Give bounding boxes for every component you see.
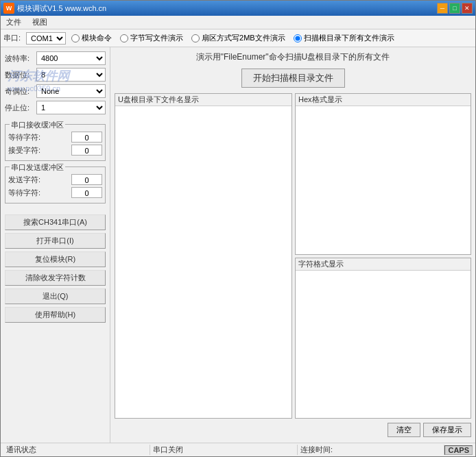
toolbar: 串口: COM1 模块命令 字节写文件演示 扇区方式写2MB文件演示 扫描根目录… bbox=[1, 29, 475, 47]
comm-status: 通讯状态 bbox=[3, 445, 150, 455]
radio-label-2: 扇区方式写2MB文件演示 bbox=[202, 33, 285, 43]
caps-indicator: CAPS bbox=[444, 445, 473, 455]
radio-scan-files[interactable]: 扫描根目录下所有文件演示 bbox=[294, 33, 394, 43]
hex-content[interactable] bbox=[296, 106, 471, 254]
recv-buffer-title: 串口接收缓冲区 bbox=[10, 120, 65, 130]
menu-bar: 文件 视图 bbox=[1, 16, 475, 29]
clear-count-button[interactable]: 清除收发字符计数 bbox=[5, 270, 106, 286]
baud-row: 波特率: 4800 1200 2400 9600 19200 38400 576… bbox=[5, 51, 106, 65]
send-buffer-section: 串口发送缓冲区 发送字符: 0 等待字符: 0 bbox=[5, 166, 106, 203]
display-panels: U盘根目录下文件名显示 Hex格式显示 字符格式显示 bbox=[115, 93, 471, 419]
char-content[interactable] bbox=[296, 271, 471, 419]
file-list-title: U盘根目录下文件名显示 bbox=[115, 94, 291, 106]
data-bits-select[interactable]: 8 7 bbox=[36, 68, 106, 82]
minimize-button[interactable]: ─ bbox=[437, 3, 448, 14]
search-port-button[interactable]: 搜索CH341串口(A) bbox=[5, 214, 106, 230]
recv-char-row: 接受字符: 0 bbox=[8, 145, 102, 156]
baud-label: 波特率: bbox=[5, 53, 34, 64]
file-list-content[interactable] bbox=[115, 106, 291, 418]
port-label: 串口: bbox=[3, 33, 21, 43]
action-buttons: 搜索CH341串口(A) 打开串口(I) 复位模块(R) 清除收发字符计数 退出… bbox=[5, 214, 106, 323]
recv-buffer-section: 串口接收缓冲区 等待字符: 0 接受字符: 0 bbox=[5, 124, 106, 161]
radio-label-1: 字节写文件演示 bbox=[130, 33, 183, 43]
radio-label-0: 模块命令 bbox=[82, 33, 112, 43]
send-char-label: 发送字符: bbox=[8, 175, 40, 185]
stop-bits-select[interactable]: 1 2 bbox=[36, 101, 106, 114]
save-display-button[interactable]: 保存显示 bbox=[423, 423, 471, 437]
send-wait-label: 等待字符: bbox=[8, 188, 40, 198]
open-port-button[interactable]: 打开串口(I) bbox=[5, 233, 106, 249]
status-bar: 通讯状态 串口关闭 连接时间: CAPS bbox=[1, 443, 475, 456]
main-window: W 模块调试V1.5 www.wch.cn ─ □ ✕ 文件 视图 串口: CO… bbox=[0, 0, 476, 457]
recv-char-value: 0 bbox=[71, 145, 102, 156]
reset-module-button[interactable]: 复位模块(R) bbox=[5, 251, 106, 267]
send-wait-value: 0 bbox=[71, 187, 102, 198]
file-list-panel: U盘根目录下文件名显示 bbox=[115, 93, 292, 419]
radio-module-cmd[interactable]: 模块命令 bbox=[71, 33, 112, 43]
radio-label-3: 扫描根目录下所有文件演示 bbox=[304, 33, 394, 43]
hex-panel: Hex格式显示 bbox=[295, 93, 471, 255]
parity-select[interactable]: None Even Odd bbox=[36, 84, 106, 98]
radio-sector-write[interactable]: 扇区方式写2MB文件演示 bbox=[191, 33, 285, 43]
title-bar: W 模块调试V1.5 www.wch.cn ─ □ ✕ bbox=[1, 1, 475, 16]
baud-select[interactable]: 4800 1200 2400 9600 19200 38400 57600 11… bbox=[36, 51, 106, 65]
port-status: 串口关闭 bbox=[150, 445, 297, 455]
radio-byte-write[interactable]: 字节写文件演示 bbox=[120, 33, 183, 43]
hex-title: Hex格式显示 bbox=[296, 94, 471, 106]
send-buffer-title: 串口发送缓冲区 bbox=[10, 162, 65, 173]
send-char-row: 发送字符: 0 bbox=[8, 174, 102, 185]
send-char-value: 0 bbox=[71, 174, 102, 185]
connection-time: 连接时间: bbox=[298, 445, 444, 455]
wait-char-value: 0 bbox=[71, 132, 102, 143]
right-panel: 演示用"FileEnumer"命令扫描U盘根目录下的所有文件 开始扫描根目录文件… bbox=[110, 47, 475, 443]
content-area: 河东软件网 www.pc0359.cn 波特率: 4800 1200 2400 … bbox=[1, 47, 475, 443]
left-panel: 波特率: 4800 1200 2400 9600 19200 38400 576… bbox=[1, 47, 110, 443]
demo-description: 演示用"FileEnumer"命令扫描U盘根目录下的所有文件 bbox=[115, 51, 471, 63]
wait-char-row: 等待字符: 0 bbox=[8, 132, 102, 143]
recv-char-label: 接受字符: bbox=[8, 145, 40, 156]
maximize-button[interactable]: □ bbox=[449, 3, 460, 14]
stop-bits-row: 停止位: 1 2 bbox=[5, 101, 106, 114]
char-title: 字符格式显示 bbox=[296, 258, 471, 271]
menu-file[interactable]: 文件 bbox=[3, 17, 24, 27]
char-panel: 字符格式显示 bbox=[295, 258, 471, 419]
stop-bits-label: 停止位: bbox=[5, 103, 34, 113]
clear-button[interactable]: 清空 bbox=[388, 423, 420, 437]
help-button[interactable]: 使用帮助(H) bbox=[5, 307, 106, 323]
radio-group: 模块命令 字节写文件演示 扇区方式写2MB文件演示 扫描根目录下所有文件演示 bbox=[71, 33, 394, 43]
menu-view[interactable]: 视图 bbox=[29, 17, 50, 27]
app-icon: W bbox=[3, 3, 14, 14]
exit-button[interactable]: 退出(Q) bbox=[5, 288, 106, 304]
window-title: 模块调试V1.5 www.wch.cn bbox=[17, 3, 106, 14]
send-wait-row: 等待字符: 0 bbox=[8, 187, 102, 198]
close-button[interactable]: ✕ bbox=[462, 3, 473, 14]
port-select[interactable]: COM1 bbox=[26, 32, 66, 45]
parity-row: 奇偶位: None Even Odd bbox=[5, 84, 106, 98]
connection-label: 连接时间: bbox=[300, 445, 333, 454]
bottom-buttons: 清空 保存显示 bbox=[115, 421, 471, 439]
right-sub-panels: Hex格式显示 字符格式显示 bbox=[295, 93, 471, 419]
parity-label: 奇偶位: bbox=[5, 86, 34, 97]
start-scan-button[interactable]: 开始扫描根目录文件 bbox=[241, 69, 345, 88]
window-controls: ─ □ ✕ bbox=[437, 3, 473, 14]
data-bits-row: 数据位: 8 7 bbox=[5, 68, 106, 82]
title-bar-left: W 模块调试V1.5 www.wch.cn bbox=[3, 3, 106, 14]
wait-char-label: 等待字符: bbox=[8, 132, 40, 143]
data-bits-label: 数据位: bbox=[5, 70, 34, 80]
